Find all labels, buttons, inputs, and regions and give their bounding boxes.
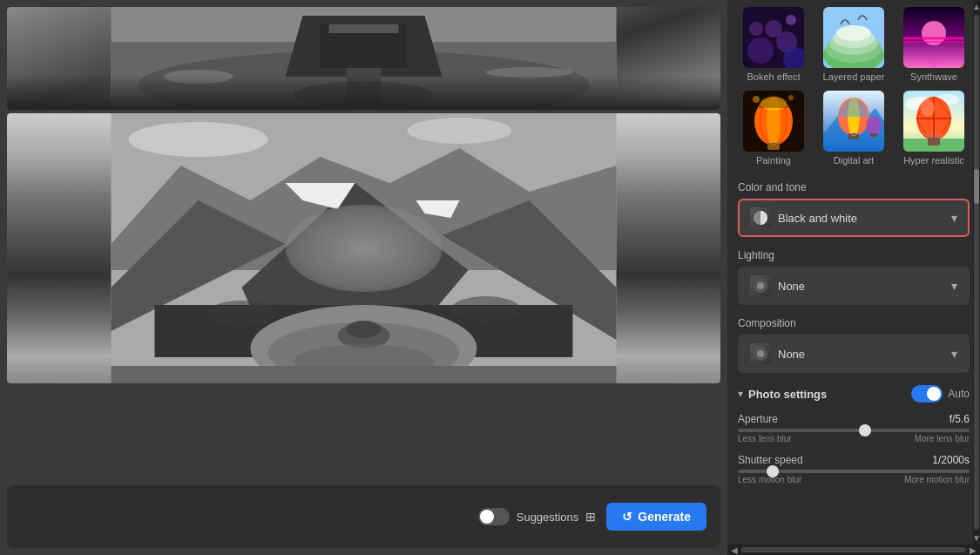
style-thumb-layered[interactable]: Layered paper <box>816 7 891 82</box>
color-tone-dropdown[interactable]: Black and white ▾ <box>738 199 970 237</box>
composition-section: Composition None ▾ <box>727 310 980 378</box>
svg-point-32 <box>749 22 763 36</box>
images-area <box>0 0 727 478</box>
shutter-value: 1/2000s <box>932 454 970 466</box>
digital-label: Digital art <box>834 155 874 166</box>
scroll-up-arrow[interactable]: ▲ <box>972 0 980 13</box>
generate-button[interactable]: ↺ Generate <box>606 503 706 531</box>
style-thumb-synthwave[interactable]: Synthwave <box>896 7 971 82</box>
top-photo-display <box>7 7 720 110</box>
svg-rect-62 <box>743 91 804 108</box>
right-panel: Bokeh effect <box>727 0 980 555</box>
lighting-label: Lighting <box>738 249 970 261</box>
bottom-photo[interactable] <box>7 113 720 383</box>
svg-rect-82 <box>928 138 940 146</box>
shutter-label-row: Shutter speed 1/2000s <box>738 454 970 466</box>
aperture-section: Aperture f/5.6 Less lens blur More lens … <box>727 409 980 450</box>
svg-point-34 <box>786 15 796 25</box>
composition-icon <box>750 343 771 364</box>
lighting-icon <box>750 275 771 296</box>
hyper-label: Hyper realistic <box>903 155 964 166</box>
generate-icon: ↺ <box>622 510 632 524</box>
composition-label: Composition <box>738 317 970 329</box>
lighting-dropdown[interactable]: None ▾ <box>738 267 970 305</box>
synthwave-thumb-image <box>903 7 964 68</box>
style-thumb-painting[interactable]: Painting <box>736 91 811 166</box>
svg-rect-6 <box>347 68 382 110</box>
composition-dropdown[interactable]: None ▾ <box>738 335 970 373</box>
svg-point-12 <box>408 118 512 144</box>
layered-thumb-image <box>823 7 884 68</box>
layered-label: Layered paper <box>823 71 885 82</box>
svg-rect-59 <box>767 143 780 150</box>
aperture-max-label: More lens blur <box>915 434 970 443</box>
scroll-right-arrow[interactable]: ▶ <box>970 545 977 555</box>
svg-point-72 <box>866 116 882 135</box>
photo-settings-title: Photo settings <box>748 388 906 401</box>
scroll-track[interactable] <box>974 15 979 530</box>
svg-point-89 <box>757 282 764 289</box>
shutter-section: Shutter speed 1/2000s Less motion blur M… <box>727 450 980 491</box>
auto-label: Auto <box>948 388 970 400</box>
color-tone-chevron: ▾ <box>951 211 957 225</box>
style-grid-row2: Painting <box>727 91 980 174</box>
style-grid-row1: Bokeh effect <box>727 7 980 91</box>
aperture-label-row: Aperture f/5.6 <box>738 413 970 425</box>
svg-point-31 <box>765 20 782 37</box>
aperture-track[interactable] <box>738 429 970 432</box>
scroll-down-arrow[interactable]: ▼ <box>972 531 980 545</box>
svg-point-26 <box>207 301 277 327</box>
lighting-chevron: ▾ <box>951 279 957 293</box>
shutter-name: Shutter speed <box>738 454 803 466</box>
scroll-thumb[interactable] <box>974 169 979 204</box>
suggestions-toggle: Suggestions ⊞ <box>478 508 597 525</box>
scroll-left-arrow[interactable]: ◀ <box>731 545 738 555</box>
svg-point-11 <box>129 122 268 157</box>
svg-point-40 <box>836 25 871 41</box>
shutter-track[interactable] <box>738 470 970 473</box>
right-scroll-area[interactable]: Bokeh effect <box>727 0 980 545</box>
svg-point-64 <box>788 95 794 100</box>
svg-point-91 <box>757 350 764 357</box>
svg-point-29 <box>747 37 774 64</box>
vertical-scrollbar[interactable]: ▲ ▼ <box>973 0 980 545</box>
composition-value: None <box>778 348 944 361</box>
top-photo[interactable] <box>7 7 720 110</box>
color-tone-label: Color and tone <box>738 181 970 193</box>
horizontal-scrollbar: ◀ ▶ <box>727 545 980 555</box>
aperture-value: f/5.6 <box>950 413 970 425</box>
scroll-track-horizontal[interactable] <box>741 547 966 552</box>
bokeh-thumb-image <box>743 7 804 68</box>
photo-settings-header: ▾ Photo settings Auto <box>727 378 980 409</box>
svg-point-8 <box>164 70 233 84</box>
svg-point-63 <box>753 96 760 103</box>
generate-label: Generate <box>638 510 691 524</box>
painting-label: Painting <box>756 155 791 166</box>
svg-rect-73 <box>870 133 877 137</box>
suggestions-toggle-switch[interactable] <box>478 508 510 525</box>
color-tone-icon <box>750 207 771 228</box>
lighting-section: Lighting None ▾ <box>727 242 980 310</box>
svg-point-27 <box>451 296 521 322</box>
left-panel: Suggestions ⊞ ↺ Generate <box>0 0 727 555</box>
photo-settings-chevron[interactable]: ▾ <box>738 388 743 400</box>
suggestions-settings-icon[interactable]: ⊞ <box>585 510 596 524</box>
aperture-min-label: Less lens blur <box>738 434 792 443</box>
svg-point-81 <box>921 99 935 117</box>
style-thumb-digital[interactable]: Digital art <box>816 91 891 166</box>
auto-toggle-container: Auto <box>911 385 970 403</box>
aperture-range-row: Less lens blur More lens blur <box>738 434 970 443</box>
shutter-thumb[interactable] <box>767 465 779 477</box>
svg-rect-25 <box>112 366 617 383</box>
svg-point-7 <box>294 81 434 107</box>
style-thumb-hyper[interactable]: Hyper realistic <box>896 91 971 166</box>
bokeh-label: Bokeh effect <box>747 71 801 82</box>
style-thumb-bokeh[interactable]: Bokeh effect <box>736 7 811 82</box>
photo-settings-auto-toggle[interactable] <box>911 385 943 403</box>
bottom-toolbar: Suggestions ⊞ ↺ Generate <box>7 485 720 548</box>
painting-thumb-image <box>743 91 804 152</box>
color-tone-section: Color and tone Black and white ▾ <box>727 174 980 242</box>
svg-point-23 <box>347 321 382 338</box>
aperture-thumb[interactable] <box>859 424 871 437</box>
svg-rect-69 <box>848 133 859 139</box>
